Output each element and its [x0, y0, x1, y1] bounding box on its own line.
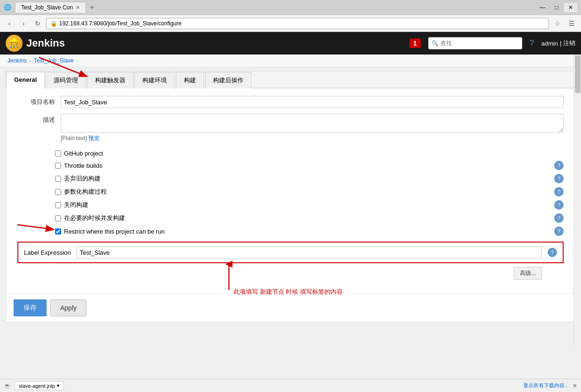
- svg-line-1: [17, 225, 53, 229]
- tab-env[interactable]: 构建环境: [134, 72, 175, 88]
- discard-old-checkbox[interactable]: [55, 176, 61, 182]
- config-tabs: General 源码管理 构建触发器 构建环境 构建 构建后操作: [6, 71, 575, 88]
- discard-old-row: 丢弃旧的构建 ?: [55, 172, 564, 185]
- throttle-builds-label: Throttle builds: [64, 162, 102, 169]
- footer-download-link[interactable]: 显示所有下载内容...: [523, 382, 569, 389]
- label-expression-box: Label Expression ?: [17, 242, 564, 263]
- github-project-label: GitHub project: [64, 150, 103, 157]
- tab-build[interactable]: 构建: [176, 72, 204, 88]
- help-icon[interactable]: ?: [530, 39, 534, 47]
- restrict-help-icon[interactable]: ?: [554, 227, 564, 236]
- tab-triggers[interactable]: 构建触发器: [87, 72, 133, 88]
- project-name-label: 项目名称: [17, 96, 55, 106]
- description-label: 描述: [17, 114, 55, 124]
- plain-text-label: [Plain text]: [61, 135, 87, 141]
- title-bar: 🌐 Test_Job_Slave Con ✕ + — □ ✕: [0, 0, 581, 15]
- title-bar-left: 🌐 Test_Job_Slave Con ✕ +: [4, 2, 94, 13]
- scroll-thumb[interactable]: [575, 55, 581, 93]
- logout-link[interactable]: | 注销: [560, 39, 575, 47]
- restrict-section: Restrict where this project can be run ?: [55, 225, 564, 238]
- project-name-input[interactable]: [61, 96, 564, 108]
- form-area: 项目名称 描述 [Plain text] 预览 GitHub project: [6, 88, 575, 274]
- lock-icon: 🔒: [50, 20, 57, 27]
- github-checkbox-left: GitHub project: [55, 150, 103, 157]
- label-expression-help-icon[interactable]: ?: [548, 248, 557, 257]
- breadcrumb: Jenkins › Test_Job_Slave ›: [0, 55, 581, 67]
- discard-old-label: 丢弃旧的构建: [64, 174, 101, 183]
- label-expression-section: Label Expression ? 高级... 此项填写 新: [17, 242, 564, 263]
- disable-build-label: 关闭构建: [64, 201, 88, 209]
- tab[interactable]: Test_Job_Slave Con ✕: [15, 2, 86, 13]
- concurrent-help-icon[interactable]: ?: [554, 213, 564, 223]
- param-checkbox-left: 参数化构建过程: [55, 188, 107, 196]
- project-name-row: 项目名称: [17, 96, 564, 108]
- address-text: 192.168.43.7:8080/job/Test_Job_Slave/con…: [59, 20, 181, 27]
- disable-help-icon[interactable]: ?: [554, 200, 564, 210]
- address-bar[interactable]: 🔒 192.168.43.7:8080/job/Test_Job_Slave/c…: [46, 18, 549, 29]
- breadcrumb-job[interactable]: Test_Job_Slave: [34, 57, 74, 64]
- breadcrumb-sep-1: ›: [30, 58, 31, 63]
- restrict-checkbox[interactable]: [55, 228, 61, 235]
- jenkins-header: 👷 Jenkins 1 🔍 ? admin | 注销: [0, 32, 581, 55]
- advanced-btn[interactable]: 高级...: [514, 267, 542, 280]
- apply-button[interactable]: Apply: [50, 299, 86, 316]
- breadcrumb-sep-2: ›: [77, 58, 78, 63]
- nav-bar: ‹ › ↻ 🔒 192.168.43.7:8080/job/Test_Job_S…: [0, 15, 581, 32]
- maximize-btn[interactable]: □: [550, 3, 563, 12]
- browser-chrome: 🌐 Test_Job_Slave Con ✕ + — □ ✕ ‹ › ↻ 🔒 1…: [0, 0, 581, 32]
- menu-btn[interactable]: ☰: [566, 18, 577, 29]
- checkbox-group: GitHub project Throttle builds ? 丢弃旧的构建 …: [55, 148, 564, 238]
- reload-btn[interactable]: ↻: [32, 18, 43, 29]
- github-project-checkbox[interactable]: [55, 150, 61, 157]
- description-input[interactable]: [61, 114, 564, 133]
- footer-file: slave-agent.jnlp ▾: [15, 381, 64, 390]
- tab-post-build[interactable]: 构建后操作: [205, 72, 251, 88]
- throttle-checkbox-left: Throttle builds: [55, 162, 102, 169]
- back-btn[interactable]: ‹: [4, 18, 15, 29]
- tab-source[interactable]: 源码管理: [46, 72, 86, 88]
- github-project-row: GitHub project: [55, 148, 564, 159]
- restrict-label: Restrict where this project can be run: [64, 228, 165, 235]
- plain-text-note: [Plain text] 预览: [61, 134, 564, 142]
- preview-link[interactable]: 预览: [88, 135, 100, 141]
- disable-checkbox-left: 关闭构建: [55, 201, 88, 209]
- footer-bar: ☕ slave-agent.jnlp ▾ 显示所有下载内容... ✕: [0, 379, 581, 392]
- discard-help-icon[interactable]: ?: [554, 174, 564, 183]
- tab-close-icon[interactable]: ✕: [76, 5, 80, 11]
- minimize-btn[interactable]: —: [536, 3, 549, 12]
- breadcrumb-jenkins[interactable]: Jenkins: [8, 57, 27, 64]
- footer-close-icon[interactable]: ✕: [573, 383, 577, 389]
- param-build-label: 参数化构建过程: [64, 188, 107, 196]
- discard-checkbox-left: 丢弃旧的构建: [55, 174, 101, 183]
- label-expression-input[interactable]: [77, 246, 542, 259]
- concurrent-build-checkbox[interactable]: [55, 215, 61, 221]
- param-build-checkbox[interactable]: [55, 189, 61, 195]
- bookmark-btn[interactable]: ☆: [552, 18, 563, 29]
- search-input[interactable]: [440, 40, 511, 47]
- disable-build-checkbox[interactable]: [55, 202, 61, 208]
- concurrent-build-row: 在必要的时候并发构建 ?: [55, 212, 564, 225]
- restrict-checkbox-left: Restrict where this project can be run: [55, 228, 165, 235]
- scrollbar[interactable]: [573, 55, 581, 346]
- save-button[interactable]: 保存: [14, 299, 47, 316]
- param-build-row: 参数化构建过程 ?: [55, 185, 564, 198]
- forward-btn[interactable]: ›: [18, 18, 29, 29]
- search-box[interactable]: 🔍: [428, 37, 522, 49]
- throttle-builds-row: Throttle builds ?: [55, 159, 564, 172]
- tab-title: Test_Job_Slave Con: [21, 4, 73, 11]
- label-expression-label: Label Expression: [24, 249, 71, 256]
- param-help-icon[interactable]: ?: [554, 187, 564, 196]
- notification-badge[interactable]: 1: [409, 39, 421, 48]
- user-name: admin: [542, 40, 558, 47]
- jenkins-avatar: 👷: [6, 35, 23, 52]
- tab-general[interactable]: General: [6, 72, 45, 88]
- throttle-builds-checkbox[interactable]: [55, 163, 61, 169]
- throttle-help-icon[interactable]: ?: [554, 161, 564, 170]
- user-bar: admin | 注销: [542, 39, 575, 47]
- new-tab-btn[interactable]: +: [90, 3, 94, 12]
- btn-row: 保存 Apply: [6, 293, 575, 322]
- description-row: 描述 [Plain text] 预览: [17, 114, 564, 142]
- restrict-row: Restrict where this project can be run ?: [55, 225, 564, 238]
- close-btn[interactable]: ✕: [564, 3, 577, 12]
- footer-dropdown-icon[interactable]: ▾: [57, 383, 60, 389]
